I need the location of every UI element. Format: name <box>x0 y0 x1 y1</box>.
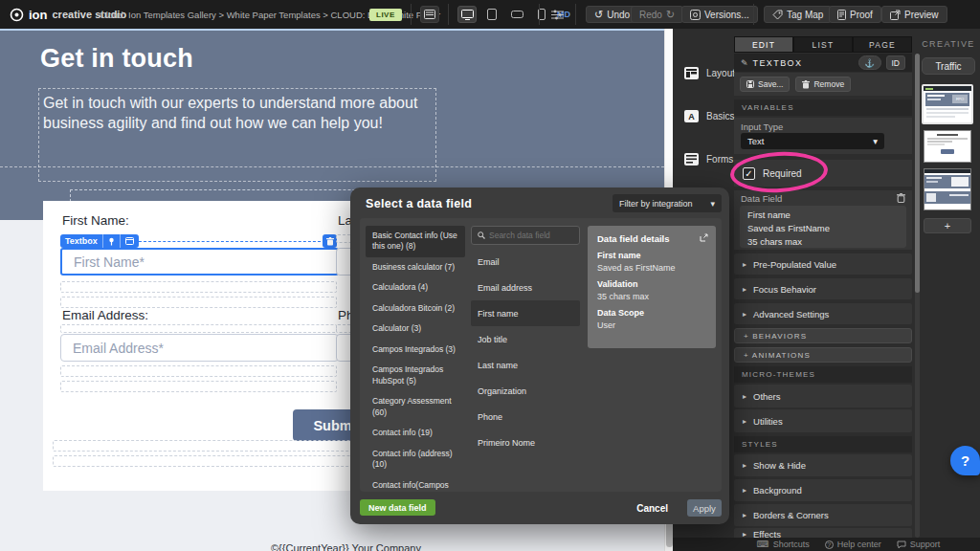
landscape-device-button[interactable] <box>507 6 526 23</box>
field-item-selected[interactable]: First name <box>471 300 580 326</box>
sidebar-footer: ⌨ Shortcuts ? Help center Support <box>673 538 980 551</box>
shortcuts-link[interactable]: ⌨ Shortcuts <box>757 540 810 549</box>
select-data-field-modal: Select a data field Filter by integratio… <box>350 187 729 524</box>
search-data-field-input[interactable] <box>489 231 573 240</box>
category-item[interactable]: Campos Integrados (3) <box>366 340 465 360</box>
data-field-delete-button[interactable] <box>897 193 905 203</box>
preview-button[interactable]: Preview <box>881 6 947 23</box>
anchor-button[interactable]: ⚓ <box>858 55 881 70</box>
pin-icon[interactable] <box>102 234 120 248</box>
required-row: ✓ Required <box>734 160 912 187</box>
help-center-link[interactable]: ? Help center <box>825 540 881 549</box>
field-item[interactable]: Job title <box>471 326 580 352</box>
proof-button[interactable]: Proof <box>829 6 881 23</box>
settings-sliders-button[interactable] <box>547 6 567 23</box>
behaviors-bar[interactable]: + BEHAVIORS <box>734 328 912 343</box>
show-hide-section[interactable]: ▸ Show & Hide <box>734 454 912 476</box>
field-item[interactable]: Last name <box>471 352 580 378</box>
page-thumbnail-1-selected[interactable]: FPO <box>922 84 973 124</box>
category-item[interactable]: Calculator (3) <box>366 319 465 339</box>
anchor-icon: ⚓ <box>864 58 875 68</box>
focus-behavior-section[interactable]: ▸ Focus Behavior <box>734 278 912 299</box>
support-link[interactable]: Support <box>897 540 941 549</box>
layout-panel-button[interactable] <box>420 6 439 23</box>
category-item[interactable]: Campos Integrados HubSpot (5) <box>366 360 465 391</box>
data-field-summary[interactable]: First name Saved as FirstName 35 chars m… <box>740 206 906 248</box>
tablet-device-button[interactable] <box>482 6 501 23</box>
email-input[interactable] <box>60 334 339 362</box>
sidebar-item-basics[interactable]: A Basics <box>684 110 734 122</box>
new-data-field-button[interactable]: New data field <box>360 499 435 516</box>
hero-title[interactable]: Get in touch <box>40 44 193 74</box>
category-item[interactable]: Contact info (address) (10) <box>366 444 465 475</box>
desktop-device-button[interactable] <box>457 6 477 23</box>
tab-page[interactable]: PAGE <box>853 36 912 53</box>
others-section[interactable]: ▸ Others <box>734 385 912 408</box>
page-thumbnail-3[interactable] <box>924 168 971 210</box>
sidebar-item-forms[interactable]: Forms <box>684 153 733 165</box>
input-type-select[interactable]: Text ▾ <box>741 133 884 149</box>
category-item[interactable]: Contact info(Campos Integrados) (4) <box>366 475 465 492</box>
required-checkbox[interactable]: ✓ <box>743 167 755 180</box>
advanced-settings-section[interactable]: ▸ Advanced Settings <box>734 303 912 324</box>
utilities-section[interactable]: ▸ Utilities <box>734 409 912 432</box>
tab-edit[interactable]: EDIT <box>734 36 793 53</box>
empty-drop-row <box>60 281 337 293</box>
category-item[interactable]: Calculadora (4) <box>366 277 465 298</box>
save-icon <box>746 80 754 88</box>
sidebar-scrollbar[interactable] <box>915 54 920 538</box>
background-section[interactable]: ▸ Background <box>734 479 912 501</box>
pre-populated-value-section[interactable]: ▸ Pre-Populated Value <box>734 253 912 275</box>
remove-button[interactable]: Remove <box>795 77 851 92</box>
details-validation-label: Validation <box>597 279 706 289</box>
tag-map-button[interactable]: Tag Map <box>764 6 832 23</box>
id-button[interactable]: ID <box>886 55 906 70</box>
traffic-button[interactable]: Traffic <box>922 57 975 75</box>
tablet-icon <box>487 9 497 20</box>
redo-button[interactable]: Redo ↻ <box>631 6 683 23</box>
category-item[interactable]: Calculadora Bitcoin (2) <box>366 298 465 319</box>
help-fab-button[interactable]: ? <box>950 446 980 475</box>
field-item[interactable]: Primeiro Nome <box>471 430 580 455</box>
modal-body: Basic Contact info (Use this one) (8) Bu… <box>360 218 722 492</box>
forms-icon <box>684 153 699 165</box>
sidebar-item-layout[interactable]: Layout <box>684 67 735 79</box>
save-button[interactable]: Save... <box>740 77 790 92</box>
input-type-label: Input Type <box>741 121 783 132</box>
filter-by-integration-dropdown[interactable]: Filter by integration ▾ <box>612 194 722 212</box>
sidebar-scrollbar-thumb[interactable] <box>915 54 920 293</box>
apply-button[interactable]: Apply <box>687 499 722 517</box>
category-item[interactable]: Business calculator (7) <box>366 257 465 277</box>
window-icon[interactable] <box>120 234 139 248</box>
cancel-button[interactable]: Cancel <box>636 503 668 514</box>
details-validation-value: 35 chars max <box>597 292 706 301</box>
textbox-selection-tag[interactable]: Textbox <box>60 234 139 248</box>
external-link-icon[interactable] <box>700 233 708 242</box>
delete-element-button[interactable] <box>323 234 337 248</box>
add-page-button[interactable]: + <box>924 218 971 233</box>
tab-list[interactable]: LIST <box>793 36 853 53</box>
category-item[interactable]: Basic Contact info (Use this one) (8) <box>366 226 465 257</box>
versions-button[interactable]: Versions... <box>681 6 758 23</box>
styles-header: STYLES <box>734 436 912 452</box>
data-field-group: Data Field First name Saved as FirstName… <box>734 190 912 250</box>
hero-paragraph[interactable]: Get in touch with our experts to underst… <box>43 93 426 134</box>
expand-arrow-icon: ▸ <box>743 417 746 426</box>
field-item[interactable]: Organization <box>471 378 580 404</box>
category-item[interactable]: Contact info (19) <box>366 423 465 443</box>
first-name-input[interactable] <box>60 248 339 276</box>
animations-bar[interactable]: + ANIMATIONS <box>734 347 912 363</box>
chevron-down-icon: ▾ <box>873 136 878 146</box>
page-thumbnail-2[interactable] <box>924 130 971 163</box>
search-data-field-box[interactable] <box>471 226 580 245</box>
details-field-name: First name <box>597 251 706 260</box>
field-item[interactable]: Email address <box>471 275 580 300</box>
field-item[interactable]: Email <box>471 249 580 275</box>
landscape-tablet-icon <box>511 11 523 18</box>
category-item[interactable]: Category Assessment (60) <box>366 391 465 423</box>
canvas-footer-text[interactable]: ©{{CurrentYear}} Your Company <box>271 542 421 551</box>
field-item[interactable]: Phone <box>471 404 580 430</box>
pencil-icon: ✎ <box>741 58 748 68</box>
details-saved-as: Saved as FirstName <box>597 263 706 273</box>
borders-corners-section[interactable]: ▸ Borders & Corners <box>734 504 912 526</box>
